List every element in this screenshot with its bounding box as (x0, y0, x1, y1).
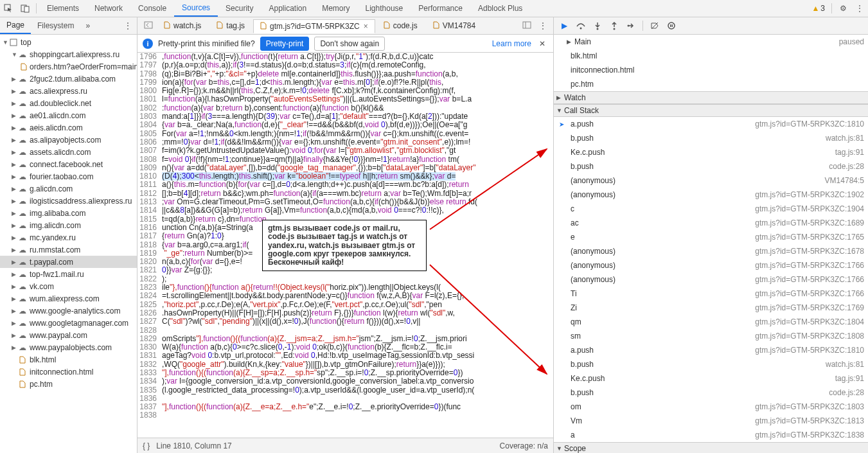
resume-icon[interactable]: ▶ (556, 18, 572, 33)
stack-frame[interactable]: Ke.c.pushtag.js:91 (554, 145, 868, 159)
line-number[interactable]: 1809 (137, 164, 162, 172)
line-number[interactable]: 1835 (137, 386, 162, 395)
tab-filesystem[interactable]: Filesystem (31, 17, 80, 34)
line-number[interactable]: 1796 (137, 53, 162, 61)
code-line[interactable]: 1830W(a){function a(b,c){0>=c?c.slice(0,… (137, 343, 553, 351)
line-number[interactable]: 1820 (137, 258, 162, 266)
code-line[interactable]: 1823ile"},function(){function a(){return… (137, 283, 553, 292)
line-number[interactable]: 1805 (137, 130, 162, 138)
tree-item[interactable]: ▶☁assets.alicdn.com (0, 146, 137, 158)
stack-frame[interactable]: agtm.js?id=GTM-5RPK3ZC:1838 (554, 428, 868, 442)
code-line[interactable]: 1802:function(a){var b;return b},consent… (137, 104, 553, 112)
code-line[interactable]: 1827C("sdl")?wl("sdl","pending")||(x||(d… (137, 317, 553, 326)
stack-frame[interactable]: qmgtm.js?id=GTM-5RPK3ZC:1804 (554, 315, 868, 329)
tree-item[interactable]: ▶☁aeis.alicdn.com (0, 121, 137, 134)
tree-item[interactable]: initconnection.html (0, 366, 137, 378)
tree-item[interactable]: ▶☁wum.aliexpress.com (0, 292, 137, 305)
line-number[interactable]: 1828 (137, 326, 162, 335)
line-number[interactable]: 1816 (137, 224, 162, 232)
code-line[interactable]: 1808f=void 0}if(!f){nm=!1;continue}}a=qm… (137, 155, 553, 164)
line-number[interactable]: 1802 (137, 104, 162, 112)
stack-frame[interactable]: Vmgtm.js?id=GTM-5RPK3ZC:1813 (554, 414, 868, 428)
tree-item[interactable]: ▶☁www.google-analytics.com (0, 305, 137, 317)
stack-frame[interactable]: egtm.js?id=GTM-5RPK3ZC:1765 (554, 230, 868, 244)
line-number[interactable]: 1821 (137, 266, 162, 274)
stack-frame[interactable]: b.pushwatch.js:81 (554, 357, 868, 371)
tree-item[interactable]: ▶☁as.alipayobjects.com (0, 134, 137, 146)
code-line[interactable]: 1834);var l={google_conversion_id:a.vtp_… (137, 377, 553, 386)
tab-network[interactable]: Network (87, 0, 130, 17)
line-number[interactable]: 1817 (137, 232, 162, 240)
tree-item[interactable]: ▶☁ru.mmstat.com (0, 244, 137, 256)
code-line[interactable]: 1799ion(a){for(var b=this,c=[],d=1;d<thi… (137, 78, 553, 87)
code-editor[interactable]: 1796,function(t,v){a.C[t]=v}),function(t… (137, 53, 553, 438)
line-number[interactable]: 1801 (137, 95, 162, 103)
line-number[interactable]: 1829 (137, 335, 162, 343)
line-number[interactable]: 1818 (137, 241, 162, 249)
learn-more-link[interactable]: Learn more (492, 39, 531, 48)
tree-item[interactable]: ▶☁img.alibaba.com (0, 207, 137, 219)
stack-frame[interactable]: b.pushwatch.js:81 (554, 131, 868, 145)
banner-close-icon[interactable]: ✕ (536, 39, 548, 48)
tree-item[interactable]: ▶☁top-fwz1.mail.ru (0, 268, 137, 280)
line-number[interactable]: 1827 (137, 317, 162, 326)
stack-frame[interactable]: (anonymous)VM14784:5 (554, 173, 868, 188)
stack-frame[interactable]: acgtm.js?id=GTM-5RPK3ZC:1689 (554, 216, 868, 230)
tab-lighthouse[interactable]: Lighthouse (358, 0, 411, 17)
code-line[interactable]: 1837"],function(){(function(a){Z.__e=a;Z… (137, 403, 553, 411)
line-number[interactable]: 1808 (137, 155, 162, 164)
nav-menu-icon[interactable]: ⋮ (119, 21, 137, 30)
code-line[interactable]: 1825,"horiz.pct",p.cc,r.De);e(A,"vert.pi… (137, 301, 553, 309)
tree-item[interactable]: ▶☁fourier.taobao.com (0, 170, 137, 182)
code-line[interactable]: 1811a(){this.m=function(b){for(var c=[],… (137, 181, 553, 189)
line-number[interactable]: 1807 (137, 147, 162, 155)
code-line[interactable]: 1826.hasOwnProperty(H)||(F[H]=[]);F[H].p… (137, 309, 553, 317)
line-number[interactable]: 1811 (137, 181, 162, 189)
stack-frame[interactable]: a.pushgtm.js?id=GTM-5RPK3ZC:1810 (554, 343, 868, 357)
code-line[interactable]: 1812[];b=b[4][d];return b&&c};wm.ph=func… (137, 190, 553, 198)
thread-row[interactable]: ▶Mainpaused (554, 35, 868, 49)
stack-frame[interactable]: b.pushcode.js:28 (554, 386, 868, 400)
code-line[interactable]: 1813;var Om=G.clearTimeout,Pm=G.setTimeo… (137, 198, 553, 206)
code-line[interactable]: 1803mand:a[1]}}if(3===a.length){D(39);va… (137, 112, 553, 121)
line-number[interactable]: 1836 (137, 395, 162, 403)
context-row[interactable]: blk.html (554, 49, 868, 63)
line-number[interactable]: 1834 (137, 377, 162, 386)
code-line[interactable]: 1810(D(4);300<this.length;)this.shift();… (137, 172, 553, 181)
line-number[interactable]: 1831 (137, 351, 162, 360)
code-line[interactable]: 1801l=function(a){l.hasOwnProperty("auto… (137, 95, 553, 103)
code-line[interactable]: 1800Fig[e.R]={});k.m&&h||rl(this,C.Z,f,e… (137, 87, 553, 95)
code-line[interactable]: 1804{var b=a._clear;Na(a,function(d,e){"… (137, 121, 553, 129)
pretty-print-button[interactable]: Pretty-print (260, 37, 310, 51)
tree-item[interactable]: ▶☁www.paypalobjects.com (0, 341, 137, 353)
line-number[interactable]: 1815 (137, 215, 162, 224)
line-number[interactable]: 1803 (137, 112, 162, 121)
tree-item[interactable]: ▶☁ilogisticsaddress.aliexpress.ru (0, 195, 137, 207)
more-icon[interactable]: ⋮ (851, 0, 868, 17)
stack-frame[interactable]: Tigtm.js?id=GTM-5RPK3ZC:1766 (554, 287, 868, 301)
code-line[interactable]: 1833"],function(){(function(a){Z.__sp=a;… (137, 369, 553, 377)
line-number[interactable]: 1819 (137, 249, 162, 258)
file-tab[interactable]: VM14784 (426, 19, 483, 33)
code-line[interactable]: 1831ageTag?void 0:b.vtp_url,protocol:"",… (137, 351, 553, 360)
tree-item[interactable]: ▶☁t.paypal.com (0, 256, 137, 268)
tree-item[interactable]: ▶☁ad.doubleclick.net (0, 97, 137, 109)
file-tabs-more-icon[interactable]: ⋮ (535, 21, 551, 30)
tree-item[interactable]: ▼☁shoppingcart.aliexpress.ru (0, 48, 137, 60)
show-navigator-icon[interactable] (518, 21, 535, 31)
step-icon[interactable] (623, 18, 639, 33)
code-line[interactable]: 1835(l.google_restricted_data_processing… (137, 386, 553, 395)
stack-frame[interactable]: Zigtm.js?id=GTM-5RPK3ZC:1769 (554, 301, 868, 315)
stack-frame[interactable]: omgtm.js?id=GTM-5RPK3ZC:1803 (554, 400, 868, 414)
history-back-icon[interactable] (140, 21, 157, 31)
tab-console[interactable]: Console (130, 0, 174, 17)
nav-more-icon[interactable]: » (80, 21, 95, 30)
pause-exceptions-icon[interactable] (664, 18, 679, 33)
code-line[interactable]: 1822); (137, 275, 553, 283)
stack-frame[interactable]: b.pushcode.js:28 (554, 159, 868, 173)
step-out-icon[interactable] (607, 18, 622, 33)
line-number[interactable]: 1838 (137, 411, 162, 420)
tree-item[interactable]: ▶☁2fguc2.tdum.alibaba.com (0, 73, 137, 85)
file-tab[interactable]: gtm.js?id=GTM-5RPK3ZC× (253, 19, 375, 33)
step-into-icon[interactable] (590, 18, 605, 33)
